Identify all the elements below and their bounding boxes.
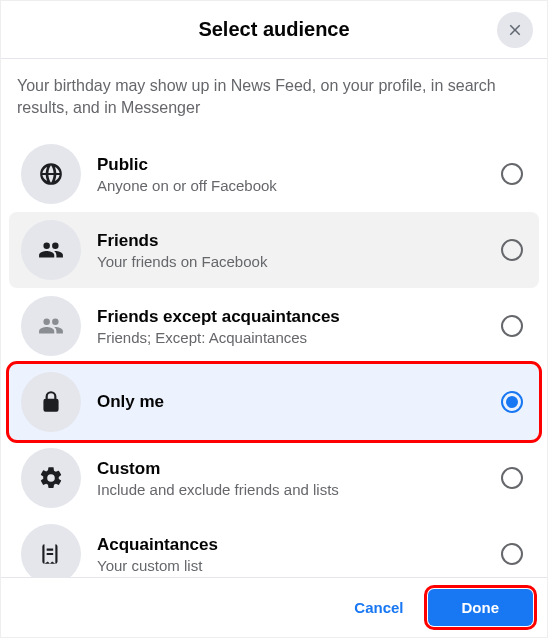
option-radio[interactable] <box>501 543 523 565</box>
close-icon <box>506 21 524 39</box>
option-friends-except[interactable]: Friends except acquaintances Friends; Ex… <box>9 288 539 364</box>
option-title: Custom <box>97 459 501 479</box>
dialog-header: Select audience <box>1 1 547 59</box>
cancel-button[interactable]: Cancel <box>338 589 419 626</box>
option-subtitle: Include and exclude friends and lists <box>97 481 501 498</box>
option-title: Acquaintances <box>97 535 501 555</box>
option-radio[interactable] <box>501 315 523 337</box>
option-text: Custom Include and exclude friends and l… <box>97 459 501 498</box>
select-audience-dialog: Select audience Your birthday may show u… <box>0 0 548 638</box>
done-button[interactable]: Done <box>428 589 534 626</box>
option-radio[interactable] <box>501 467 523 489</box>
dialog-footer: Cancel Done <box>1 577 547 637</box>
option-subtitle: Anyone on or off Facebook <box>97 177 501 194</box>
option-radio[interactable] <box>501 163 523 185</box>
option-subtitle: Your friends on Facebook <box>97 253 501 270</box>
option-radio[interactable] <box>501 391 523 413</box>
globe-icon <box>38 161 64 187</box>
option-title: Friends <box>97 231 501 251</box>
option-text: Only me <box>97 392 501 412</box>
option-icon-wrap <box>21 220 81 280</box>
option-title: Public <box>97 155 501 175</box>
friends-except-icon <box>38 313 64 339</box>
option-friends[interactable]: Friends Your friends on Facebook <box>9 212 539 288</box>
option-subtitle: Your custom list <box>97 557 501 574</box>
option-icon-wrap <box>21 296 81 356</box>
option-title: Only me <box>97 392 501 412</box>
option-subtitle: Friends; Except: Acquaintances <box>97 329 501 346</box>
option-text: Public Anyone on or off Facebook <box>97 155 501 194</box>
option-only-me[interactable]: Only me <box>9 364 539 440</box>
dialog-body[interactable]: Your birthday may show up in News Feed, … <box>1 59 547 577</box>
lock-icon <box>38 389 64 415</box>
option-public[interactable]: Public Anyone on or off Facebook <box>9 136 539 212</box>
close-button[interactable] <box>497 12 533 48</box>
option-icon-wrap <box>21 448 81 508</box>
option-icon-wrap <box>21 144 81 204</box>
dialog-title: Select audience <box>198 18 349 41</box>
option-icon-wrap <box>21 372 81 432</box>
option-radio[interactable] <box>501 239 523 261</box>
option-text: Friends except acquaintances Friends; Ex… <box>97 307 501 346</box>
option-title: Friends except acquaintances <box>97 307 501 327</box>
option-text: Friends Your friends on Facebook <box>97 231 501 270</box>
option-icon-wrap <box>21 524 81 577</box>
gear-icon <box>38 465 64 491</box>
friends-icon <box>38 237 64 263</box>
list-icon <box>38 541 64 567</box>
option-text: Acquaintances Your custom list <box>97 535 501 574</box>
option-custom[interactable]: Custom Include and exclude friends and l… <box>9 440 539 516</box>
option-acquaintances[interactable]: Acquaintances Your custom list <box>9 516 539 577</box>
dialog-description: Your birthday may show up in News Feed, … <box>1 59 547 136</box>
audience-options: Public Anyone on or off Facebook Friends… <box>1 136 547 577</box>
